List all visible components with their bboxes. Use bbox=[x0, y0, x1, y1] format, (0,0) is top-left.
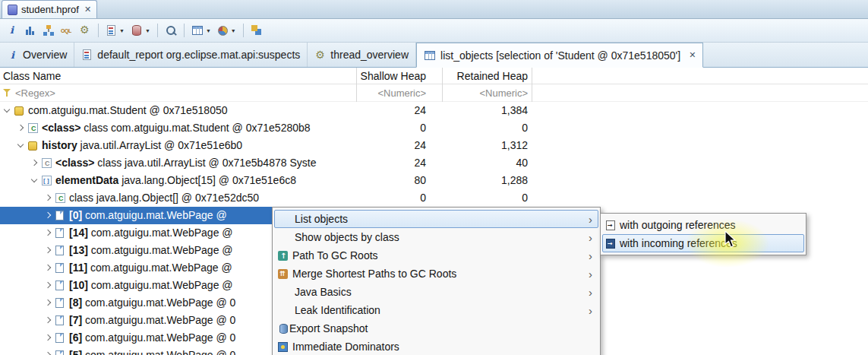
expander-icon[interactable] bbox=[45, 247, 51, 253]
expander-icon[interactable] bbox=[45, 195, 51, 201]
menu-item-show-objects-by-class[interactable]: Show objects by class › bbox=[274, 228, 598, 246]
chart-icon bbox=[218, 26, 228, 36]
run-expert-report-button[interactable]: ▼ bbox=[103, 21, 127, 40]
expander-icon[interactable] bbox=[31, 160, 37, 166]
row-label-text: com.atguigu.mat.WebPage @ 0 bbox=[82, 314, 235, 326]
row-label-bold: history bbox=[42, 139, 77, 151]
row-label-text: com.atguigu.mat.WebPage @ 0 bbox=[82, 331, 235, 344]
export-button[interactable]: ▼ bbox=[215, 21, 238, 40]
retained-filter-input[interactable]: <Numeric> bbox=[443, 84, 528, 102]
view-tab-thread-overview[interactable]: thread_overview bbox=[308, 43, 416, 67]
menu-item-list-objects[interactable]: List objects › bbox=[274, 210, 598, 228]
regex-filter-input[interactable]: <Regex> bbox=[15, 84, 55, 102]
column-header-shallow-heap[interactable]: Shallow Heap bbox=[357, 68, 426, 84]
class-sys-icon bbox=[42, 158, 52, 168]
page-icon bbox=[55, 263, 64, 273]
table-row-class-java-lang-object-0x71e52[interactable]: class java.lang.Object[] @ 0x71e52dc50 0… bbox=[0, 189, 868, 207]
grouping-button[interactable]: ▼ bbox=[189, 21, 213, 40]
close-icon[interactable]: ✕ bbox=[689, 50, 696, 60]
shallow-heap-value: 24 bbox=[357, 102, 426, 119]
menu-item-leak-identification[interactable]: Leak Identification › bbox=[274, 301, 598, 319]
histogram-icon bbox=[24, 24, 36, 36]
row-label: [11] com.atguigu.mat.WebPage @ bbox=[69, 259, 232, 277]
expander-icon[interactable] bbox=[31, 176, 37, 182]
expander-icon[interactable] bbox=[45, 317, 51, 323]
row-label: <class> class java.util.ArrayList @ 0x71… bbox=[55, 154, 316, 172]
row-label: [7] com.atguigu.mat.WebPage @ 0 bbox=[69, 312, 235, 329]
context-menu: List objects › Show objects by class › P… bbox=[272, 207, 601, 355]
row-label: [5] com.atguigu.mat.WebPage @ 0 bbox=[69, 347, 235, 355]
open-query-browser-button[interactable]: ▼ bbox=[128, 21, 153, 40]
dropdown-caret-icon[interactable]: ▼ bbox=[145, 28, 150, 33]
column-divider bbox=[356, 68, 357, 102]
dropdown-caret-icon[interactable]: ▼ bbox=[231, 28, 236, 33]
dominator-tree-button[interactable] bbox=[40, 21, 57, 40]
expander-icon[interactable] bbox=[45, 265, 51, 271]
menu-item-path-to-gc-roots[interactable]: Path To GC Roots › bbox=[274, 246, 598, 265]
menu-item-java-basics[interactable]: Java Basics › bbox=[274, 283, 598, 301]
row-label-text: class java.util.ArrayList @ 0x71e5b4878 … bbox=[94, 157, 316, 169]
dropdown-caret-icon[interactable]: ▼ bbox=[206, 28, 211, 33]
expander-icon[interactable] bbox=[45, 282, 51, 288]
expander-icon[interactable] bbox=[45, 230, 51, 236]
compare-icon bbox=[251, 24, 263, 36]
oql-button[interactable] bbox=[58, 21, 75, 40]
view-tab-list-objects-selection-of-student-0x71e5[interactable]: list_objects [selection of 'Student @ 0x… bbox=[416, 43, 703, 68]
editor-tab-student-hprof[interactable]: student.hprof ✕ bbox=[2, 0, 97, 18]
page-icon bbox=[55, 211, 64, 220]
incoming-refs-icon bbox=[606, 239, 615, 249]
table-row-class[interactable]: <class> class java.util.ArrayList @ 0x71… bbox=[0, 154, 868, 172]
view-tab-label: Overview bbox=[23, 49, 67, 61]
table-row-com-atguigu-mat-student-0x71e5[interactable]: com.atguigu.mat.Student @ 0x71e518050 24… bbox=[0, 102, 868, 119]
row-label-text: com.atguigu.mat.Student @ 0x71e518050 bbox=[28, 104, 228, 116]
menu-item-merge-shortest-paths-to-gc-roots[interactable]: Merge Shortest Paths to GC Roots › bbox=[274, 265, 598, 283]
expander-icon[interactable] bbox=[45, 352, 51, 355]
expander-icon[interactable] bbox=[45, 212, 51, 218]
row-label-text: com.atguigu.mat.WebPage @ bbox=[88, 244, 233, 256]
table-row-history[interactable]: history java.util.ArrayList @ 0x71e51e6b… bbox=[0, 137, 868, 154]
column-header-class-name[interactable]: Class Name bbox=[3, 68, 61, 84]
oql-icon bbox=[61, 24, 73, 36]
expander-icon[interactable] bbox=[17, 125, 24, 131]
gc-roots-icon bbox=[278, 251, 288, 261]
menu-item-export-snapshot[interactable]: Export Snapshot bbox=[274, 319, 598, 338]
thread-overview-button[interactable] bbox=[77, 21, 93, 40]
shallow-filter-input[interactable]: <Numeric> bbox=[357, 84, 426, 102]
menu-item-with-incoming-references[interactable]: with incoming references bbox=[602, 234, 804, 252]
expander-icon[interactable] bbox=[45, 334, 51, 341]
column-divider bbox=[532, 68, 532, 102]
expander-icon[interactable] bbox=[45, 300, 51, 306]
find-button[interactable] bbox=[163, 21, 179, 40]
table-row-elementdata[interactable]: elementData java.lang.Object[15] @ 0x71e… bbox=[0, 172, 868, 189]
row-label: com.atguigu.mat.Student @ 0x71e518050 bbox=[28, 102, 228, 119]
search-icon bbox=[165, 24, 177, 36]
row-label-bold: [14] bbox=[69, 227, 88, 239]
dropdown-caret-icon[interactable]: ▼ bbox=[119, 28, 125, 33]
expander-icon[interactable] bbox=[17, 141, 24, 147]
row-label-bold: [13] bbox=[69, 244, 88, 256]
class-icon bbox=[55, 193, 65, 203]
histogram-button[interactable] bbox=[22, 21, 39, 40]
row-label-text: java.lang.Object[15] @ 0x71e51e6c8 bbox=[118, 174, 296, 186]
shallow-heap-value: 80 bbox=[357, 172, 426, 189]
menu-item-label: Leak Identification bbox=[295, 304, 380, 316]
table-row-class[interactable]: <class> class com.atguigu.mat.Student @ … bbox=[0, 119, 868, 137]
menu-item-with-outgoing-references[interactable]: with outgoing references bbox=[602, 216, 804, 234]
row-label: [0] com.atguigu.mat.WebPage @ bbox=[69, 207, 227, 224]
toolbar-separator bbox=[243, 24, 244, 37]
row-label-bold: [5] bbox=[69, 349, 82, 355]
row-label-text: com.atguigu.mat.WebPage @ 0 bbox=[82, 349, 235, 355]
close-icon[interactable]: ✕ bbox=[84, 5, 91, 14]
overview-info-button[interactable] bbox=[4, 21, 21, 40]
view-tab-default-report-org-eclipse-mat-api-suspe[interactable]: default_report org.eclipse.mat.api:suspe… bbox=[74, 43, 308, 67]
compare-button[interactable] bbox=[248, 21, 265, 40]
view-tab-label: thread_overview bbox=[330, 49, 409, 61]
column-header-retained-heap[interactable]: Retained Heap bbox=[443, 68, 528, 84]
row-label: [13] com.atguigu.mat.WebPage @ bbox=[69, 242, 233, 259]
menu-item-immediate-dominators[interactable]: Immediate Dominators bbox=[274, 338, 598, 355]
expander-icon[interactable] bbox=[4, 106, 10, 113]
table-header: Class Name Shallow Heap Retained Heap bbox=[0, 68, 868, 84]
row-label-bold: [7] bbox=[69, 314, 82, 326]
shallow-heap-value: 24 bbox=[357, 154, 426, 172]
view-tab-overview[interactable]: Overview bbox=[0, 43, 74, 67]
